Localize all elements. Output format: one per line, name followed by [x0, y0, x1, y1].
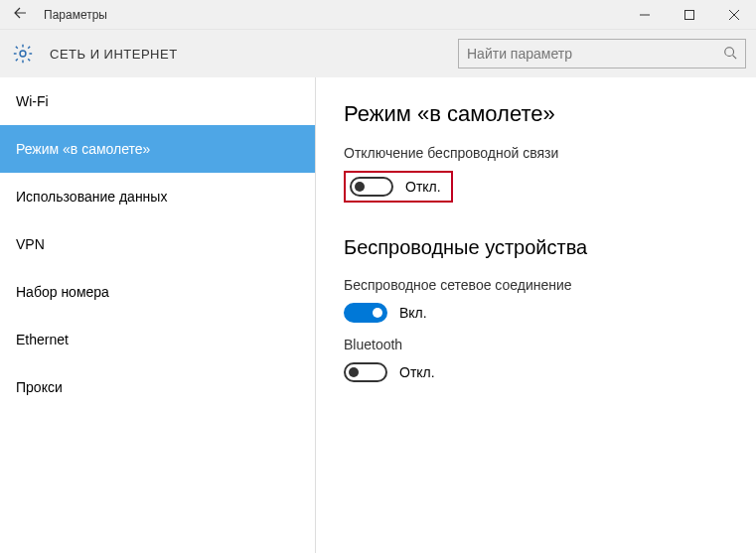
- sidebar-item-label: Набор номера: [16, 284, 109, 300]
- window-title: Параметры: [40, 8, 622, 22]
- search-input[interactable]: [467, 46, 723, 62]
- airplane-desc: Отключение беспроводной связи: [344, 145, 732, 161]
- sidebar-item-data-usage[interactable]: Использование данных: [0, 173, 315, 220]
- bluetooth-toggle[interactable]: [344, 362, 387, 382]
- sidebar-item-label: Режим «в самолете»: [16, 141, 150, 157]
- svg-rect-1: [684, 10, 693, 19]
- svg-line-4: [733, 55, 737, 59]
- sidebar-item-wifi[interactable]: Wi-Fi: [0, 77, 315, 125]
- section-title: СЕТЬ И ИНТЕРНЕТ: [50, 47, 458, 62]
- maximize-button[interactable]: [667, 0, 711, 30]
- search-box[interactable]: [458, 39, 746, 69]
- sidebar: Wi-Fi Режим «в самолете» Использование д…: [0, 77, 316, 553]
- wireless-heading: Беспроводные устройства: [344, 236, 732, 259]
- page-heading: Режим «в самолете»: [344, 101, 732, 127]
- sidebar-item-label: VPN: [16, 236, 45, 252]
- search-icon: [723, 46, 737, 63]
- airplane-toggle-label: Откл.: [405, 179, 441, 195]
- sidebar-item-vpn[interactable]: VPN: [0, 220, 315, 268]
- titlebar: Параметры: [0, 0, 756, 30]
- sidebar-item-label: Использование данных: [16, 189, 167, 205]
- content: Режим «в самолете» Отключение беспроводн…: [316, 77, 756, 553]
- gear-icon: [12, 43, 34, 65]
- airplane-toggle-highlight: Откл.: [344, 171, 453, 203]
- wifi-toggle-label: Вкл.: [399, 305, 427, 321]
- wifi-conn-label: Беспроводное сетевое соединение: [344, 277, 732, 293]
- bluetooth-toggle-label: Откл.: [399, 364, 435, 380]
- sidebar-item-proxy[interactable]: Прокси: [0, 363, 315, 411]
- bluetooth-label: Bluetooth: [344, 337, 732, 352]
- sidebar-item-dialup[interactable]: Набор номера: [0, 268, 315, 316]
- svg-point-3: [725, 47, 734, 56]
- wifi-toggle[interactable]: [344, 303, 387, 323]
- close-button[interactable]: [711, 0, 756, 30]
- svg-point-2: [20, 51, 26, 57]
- header: СЕТЬ И ИНТЕРНЕТ: [0, 30, 756, 77]
- sidebar-item-label: Wi-Fi: [16, 93, 49, 109]
- minimize-button[interactable]: [622, 0, 667, 30]
- sidebar-item-airplane[interactable]: Режим «в самолете»: [0, 125, 315, 173]
- sidebar-item-label: Ethernet: [16, 332, 69, 347]
- sidebar-item-ethernet[interactable]: Ethernet: [0, 316, 315, 363]
- back-button[interactable]: [0, 5, 40, 25]
- sidebar-item-label: Прокси: [16, 379, 63, 395]
- airplane-toggle[interactable]: [350, 177, 393, 197]
